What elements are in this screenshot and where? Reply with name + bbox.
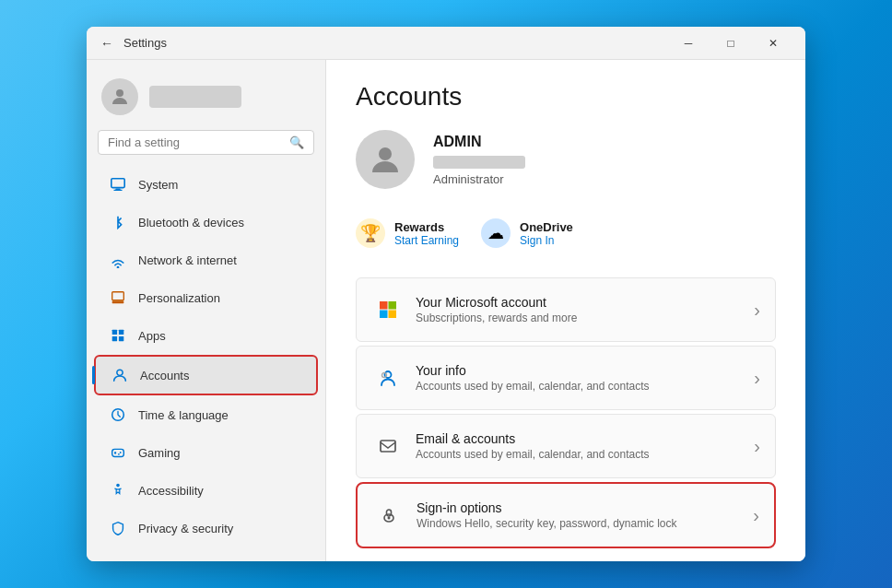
svg-point-11 bbox=[117, 370, 123, 375]
settings-item-sign-in[interactable]: Sign-in optionsWindows Hello, security k… bbox=[356, 482, 776, 548]
account-name-bar bbox=[433, 156, 525, 169]
sidebar-item-label-accounts: Accounts bbox=[140, 369, 189, 382]
sidebar-item-time[interactable]: Time & language bbox=[94, 396, 318, 433]
accounts-icon bbox=[111, 366, 129, 384]
window-title: Settings bbox=[123, 36, 167, 50]
svg-rect-9 bbox=[112, 336, 117, 341]
rewards-item[interactable]: 🏆 Rewards Start Earning bbox=[356, 218, 459, 248]
sidebar: 🔍 SystemBluetooth & devicesNetwork & int… bbox=[87, 60, 326, 561]
sidebar-item-label-privacy: Privacy & security bbox=[138, 522, 233, 535]
svg-point-16 bbox=[120, 452, 122, 453]
your-info-text: Your infoAccounts used by email, calenda… bbox=[416, 363, 754, 393]
sidebar-item-bluetooth[interactable]: Bluetooth & devices bbox=[94, 204, 318, 241]
sidebar-item-label-system: System bbox=[138, 178, 178, 192]
svg-point-0 bbox=[116, 89, 123, 97]
microsoft-account-text: Your Microsoft accountSubscriptions, rew… bbox=[416, 295, 754, 324]
sidebar-profile bbox=[87, 71, 325, 130]
your-info-desc: Accounts used by email, calendar, and co… bbox=[416, 380, 754, 393]
minimize-button[interactable]: ─ bbox=[667, 27, 710, 60]
sidebar-item-personalization[interactable]: Personalization bbox=[94, 279, 318, 316]
sidebar-item-accounts[interactable]: Accounts bbox=[94, 355, 318, 395]
svg-rect-22 bbox=[380, 311, 388, 319]
email-accounts-desc: Accounts used by email, calendar, and co… bbox=[416, 448, 754, 461]
bluetooth-icon bbox=[109, 213, 127, 231]
sidebar-item-accessibility[interactable]: Accessibility bbox=[94, 472, 318, 509]
svg-rect-21 bbox=[389, 301, 397, 310]
svg-rect-20 bbox=[380, 301, 388, 310]
close-button[interactable]: ✕ bbox=[752, 27, 794, 60]
svg-rect-8 bbox=[119, 330, 123, 335]
sign-in-title: Sign-in options bbox=[417, 500, 753, 515]
onedrive-icon: ☁ bbox=[481, 218, 511, 248]
onedrive-item[interactable]: ☁ OneDrive Sign In bbox=[481, 218, 573, 248]
sidebar-item-label-apps: Apps bbox=[138, 329, 166, 343]
sidebar-item-label-personalization: Personalization bbox=[138, 291, 220, 305]
your-info-icon bbox=[371, 361, 405, 394]
maximize-button[interactable]: □ bbox=[710, 27, 752, 60]
sign-in-desc: Windows Hello, security key, password, d… bbox=[417, 517, 753, 530]
chevron-right-icon: › bbox=[754, 436, 760, 457]
account-profile: ADMIN Administrator bbox=[356, 130, 776, 189]
window-controls: ─ □ ✕ bbox=[667, 27, 794, 60]
nav-list: SystemBluetooth & devicesNetwork & inter… bbox=[87, 166, 325, 547]
svg-point-29 bbox=[388, 517, 391, 520]
svg-rect-6 bbox=[112, 301, 124, 304]
sidebar-item-network[interactable]: Network & internet bbox=[94, 241, 318, 278]
sidebar-item-label-bluetooth: Bluetooth & devices bbox=[138, 216, 244, 229]
settings-item-microsoft-account[interactable]: Your Microsoft accountSubscriptions, rew… bbox=[356, 277, 776, 342]
rewards-sub: Start Earning bbox=[394, 234, 459, 247]
chevron-right-icon: › bbox=[754, 368, 760, 389]
rewards-icon: 🏆 bbox=[356, 218, 385, 248]
onedrive-title: OneDrive bbox=[520, 220, 573, 234]
microsoft-account-desc: Subscriptions, rewards and more bbox=[416, 312, 754, 324]
settings-item-email-accounts[interactable]: Email & accountsAccounts used by email, … bbox=[356, 414, 776, 478]
system-icon bbox=[109, 175, 127, 194]
sidebar-item-gaming[interactable]: Gaming bbox=[94, 434, 318, 471]
rewards-section: 🏆 Rewards Start Earning ☁ OneDrive Sign … bbox=[356, 207, 776, 259]
settings-item-your-info[interactable]: Your infoAccounts used by email, calenda… bbox=[356, 346, 776, 410]
microsoft-account-title: Your Microsoft account bbox=[416, 295, 754, 310]
search-icon[interactable]: 🔍 bbox=[289, 135, 304, 149]
svg-point-19 bbox=[379, 147, 392, 160]
search-box[interactable]: 🔍 bbox=[98, 130, 314, 155]
email-accounts-icon bbox=[371, 429, 405, 463]
settings-window: ← Settings ─ □ ✕ 🔍 SystemBluetoot bbox=[87, 27, 805, 561]
back-button[interactable]: ← bbox=[98, 34, 116, 53]
sidebar-item-label-time: Time & language bbox=[138, 408, 229, 422]
search-input[interactable] bbox=[108, 135, 282, 149]
sign-in-icon bbox=[372, 499, 405, 532]
settings-list: Your Microsoft accountSubscriptions, rew… bbox=[356, 277, 776, 552]
svg-point-18 bbox=[116, 484, 120, 488]
sign-in-text: Sign-in optionsWindows Hello, security k… bbox=[417, 500, 753, 530]
email-accounts-text: Email & accountsAccounts used by email, … bbox=[416, 431, 754, 461]
svg-rect-23 bbox=[389, 311, 397, 319]
sidebar-item-privacy[interactable]: Privacy & security bbox=[94, 510, 318, 547]
avatar bbox=[101, 78, 138, 115]
titlebar: ← Settings ─ □ ✕ bbox=[87, 27, 805, 60]
chevron-right-icon: › bbox=[753, 505, 759, 526]
sidebar-item-label-network: Network & internet bbox=[138, 253, 237, 267]
onedrive-sub: Sign In bbox=[520, 234, 573, 247]
profile-name-placeholder bbox=[149, 86, 241, 108]
svg-rect-10 bbox=[119, 336, 123, 341]
account-avatar bbox=[356, 130, 415, 189]
svg-rect-28 bbox=[387, 510, 392, 516]
time-icon bbox=[109, 406, 127, 424]
svg-rect-26 bbox=[381, 441, 395, 452]
sidebar-item-system[interactable]: System bbox=[94, 166, 318, 203]
apps-icon bbox=[109, 326, 127, 345]
accessibility-icon bbox=[109, 481, 127, 500]
window-content: 🔍 SystemBluetooth & devicesNetwork & int… bbox=[87, 60, 805, 561]
sidebar-item-apps[interactable]: Apps bbox=[94, 317, 318, 354]
gaming-icon bbox=[109, 443, 127, 462]
personalization-icon bbox=[109, 288, 127, 307]
svg-point-4 bbox=[117, 266, 120, 268]
svg-rect-1 bbox=[112, 179, 124, 188]
main-content: Accounts ADMIN Administrator 🏆 Rewards bbox=[326, 60, 805, 561]
email-accounts-title: Email & accounts bbox=[416, 431, 754, 446]
chevron-right-icon: › bbox=[754, 300, 760, 321]
privacy-icon bbox=[109, 519, 127, 537]
account-name: ADMIN bbox=[433, 134, 525, 150]
sidebar-item-label-gaming: Gaming bbox=[138, 446, 181, 460]
page-title: Accounts bbox=[356, 82, 776, 112]
